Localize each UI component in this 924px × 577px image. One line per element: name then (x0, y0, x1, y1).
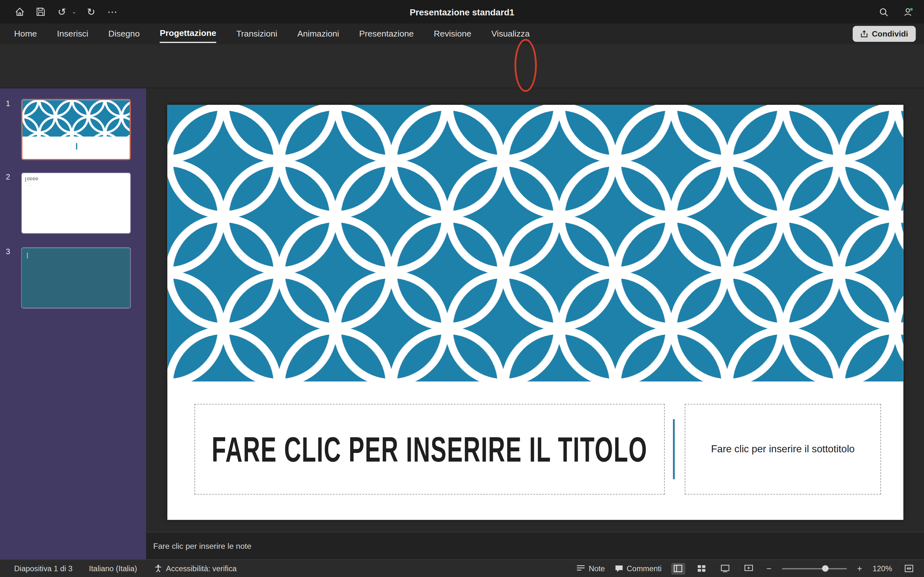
slide-thumbnail-3[interactable] (21, 247, 131, 308)
account-presence-icon[interactable] (901, 5, 914, 18)
save-icon[interactable] (34, 5, 47, 18)
tab-home[interactable]: Home (14, 25, 37, 42)
accessibility-status[interactable]: Accessibilità: verifica (153, 564, 237, 573)
titlebar: ↺ ⌄ ↻ ⋯ Presentazione standard1 (0, 0, 924, 23)
slide-thumbnail-panel: 1 2 DDDD (0, 89, 146, 559)
fit-to-window-icon (904, 564, 913, 572)
language-indicator[interactable]: Italiano (Italia) (89, 564, 137, 573)
share-button-label: Condividi (872, 29, 908, 39)
tab-transizioni[interactable]: Transizioni (236, 25, 277, 42)
slide-2-preview-title: DDDD (27, 177, 39, 181)
slide-sorter-icon (697, 564, 706, 572)
tab-disegno[interactable]: Disegno (108, 25, 140, 42)
comments-icon (614, 564, 624, 573)
redo-icon[interactable]: ↻ (85, 5, 97, 18)
title-subtitle-divider (673, 419, 675, 479)
fit-slide-to-window-button[interactable] (901, 562, 916, 574)
accessibility-icon (153, 564, 163, 573)
design-ribbon: ‹ Aa Aa (0, 44, 924, 89)
notes-pane[interactable]: Fare clic per inserire le note (146, 532, 924, 559)
zoom-out-button[interactable]: − (765, 564, 772, 574)
comments-toggle-label: Commenti (627, 564, 662, 573)
slide-editing-area: FARE CLIC PER INSERIRE IL TITOLO Fare cl… (146, 89, 924, 532)
quick-access-toolbar: ↺ ⌄ ↻ ⋯ (0, 5, 119, 18)
tab-animazioni[interactable]: Animazioni (297, 25, 339, 42)
title-placeholder-text: FARE CLIC PER INSERIRE IL TITOLO (212, 429, 648, 469)
normal-view-button[interactable] (671, 562, 685, 574)
slide-thumbnail-1[interactable] (21, 99, 131, 160)
tab-progettazione[interactable]: Progettazione (160, 25, 216, 43)
accessibility-label: Accessibilità: verifica (166, 564, 236, 573)
normal-view-icon (674, 564, 683, 572)
slide-number: 2 (6, 172, 16, 181)
slide-1-text-cursor (76, 143, 77, 149)
undo-icon[interactable]: ↺ (55, 5, 68, 18)
slide-number: 1 (6, 99, 16, 108)
slide-number: 3 (6, 247, 16, 256)
zoom-in-button[interactable]: + (856, 564, 863, 574)
share-button[interactable]: Condividi (853, 26, 916, 42)
notes-toggle[interactable]: Note (576, 564, 605, 573)
home-icon[interactable] (13, 5, 26, 18)
notes-toggle-label: Note (589, 564, 605, 573)
share-icon (860, 30, 868, 38)
status-bar-left: Diapositiva 1 di 3 Italiano (Italia) Acc… (0, 564, 237, 573)
titlebar-right (877, 0, 915, 23)
powerpoint-window: ↺ ⌄ ↻ ⋯ Presentazione standard1 Home Ins… (0, 0, 924, 577)
zoom-level-label[interactable]: 120% (873, 564, 892, 573)
comments-toggle[interactable]: Commenti (614, 564, 662, 573)
slide-sorter-view-button[interactable] (695, 562, 709, 574)
slide-2-preview-body: ...... (27, 183, 31, 186)
ribbon-tabs: Home Inserisci Disegno Progettazione Tra… (0, 23, 924, 44)
slide-thumbnail-2[interactable]: DDDD ...... (21, 172, 131, 234)
reading-view-button[interactable] (718, 562, 732, 574)
status-bar: Diapositiva 1 di 3 Italiano (Italia) Acc… (0, 559, 924, 577)
slide-pattern-graphic (168, 105, 903, 382)
slideshow-view-button[interactable] (742, 562, 756, 574)
undo-dropdown-chevron-icon[interactable]: ⌄ (72, 9, 76, 15)
tab-revisione[interactable]: Revisione (434, 25, 471, 42)
zoom-slider[interactable] (782, 568, 846, 569)
annotation-ellipse (514, 39, 537, 92)
slide-counter: Diapositiva 1 di 3 (14, 564, 73, 573)
document-title: Presentazione standard1 (0, 7, 924, 17)
search-icon[interactable] (877, 5, 890, 18)
more-commands-icon[interactable]: ⋯ (106, 5, 119, 18)
title-placeholder[interactable]: FARE CLIC PER INSERIRE IL TITOLO (194, 404, 665, 495)
subtitle-placeholder[interactable]: Fare clic per inserire il sottotitolo (685, 404, 881, 495)
slide-3-bg (22, 248, 130, 308)
slide-canvas[interactable]: FARE CLIC PER INSERIRE IL TITOLO Fare cl… (168, 105, 903, 520)
zoom-slider-knob[interactable] (822, 565, 829, 571)
slide-1-pattern (23, 100, 131, 137)
slide-2-accent-bar (25, 177, 26, 182)
reading-view-icon (721, 564, 730, 572)
tab-inserisci[interactable]: Inserisci (57, 25, 89, 42)
tab-presentazione[interactable]: Presentazione (359, 25, 414, 42)
subtitle-placeholder-text: Fare clic per inserire il sottotitolo (711, 443, 855, 455)
notes-placeholder-text: Fare clic per inserire le note (153, 542, 252, 550)
status-bar-right: Note Commenti − + 120% (576, 562, 916, 574)
slideshow-icon (744, 564, 753, 572)
notes-icon (576, 564, 585, 572)
slide-3-text-cursor (27, 253, 27, 258)
